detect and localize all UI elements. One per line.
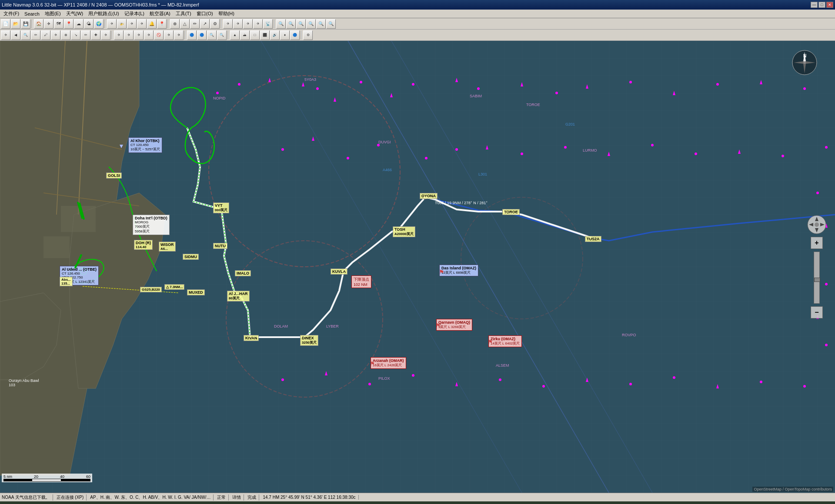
tb-gear[interactable]: ⚙ <box>210 19 220 29</box>
tb2-12[interactable]: ✈ <box>114 30 124 40</box>
tb-globe[interactable]: 🌍 <box>94 19 104 29</box>
tb2-3[interactable]: 🔍 <box>21 30 30 40</box>
tb-ac6[interactable]: ✈ <box>243 19 253 29</box>
map-svg: 5Y0A3 NOPID SABIM LURMO DUVGI TOROE LYBE… <box>0 41 835 493</box>
tb2-17[interactable]: ✈ <box>164 30 174 40</box>
tb2-11[interactable]: ✈ <box>101 30 110 40</box>
svg-text:G201: G201 <box>565 122 575 126</box>
label-muxed: MUXED <box>187 289 205 295</box>
tb2-27[interactable]: 🔊 <box>270 30 280 40</box>
tb2-23[interactable]: ▲ <box>230 30 240 40</box>
titlebar: Little Navmap 3.0.6 32-bit — XP11 2408 /… <box>0 0 835 10</box>
zoom-slider[interactable] <box>814 252 820 304</box>
svg-text:5Y0A3: 5Y0A3 <box>304 77 316 82</box>
tb-zoom2[interactable]: 🔍 <box>286 19 296 29</box>
tb2-25[interactable]: □ <box>250 30 260 40</box>
tb-aircraft2[interactable]: ✈ <box>127 19 137 29</box>
zoom-in-button[interactable]: + <box>811 237 823 249</box>
tb2-18[interactable]: ✈ <box>174 30 184 40</box>
menu-userpoints[interactable]: 用户航路点(U) <box>86 10 121 18</box>
tb-pin[interactable]: 📍 <box>157 19 167 29</box>
tb2-15[interactable]: ✈ <box>144 30 154 40</box>
menu-tools[interactable]: 工具(T) <box>173 10 194 18</box>
tb2-9[interactable]: ✏ <box>81 30 90 40</box>
close-button[interactable]: ✕ <box>826 2 833 8</box>
menu-window[interactable]: 窗口(O) <box>194 10 216 18</box>
tb-radar[interactable]: 📡 <box>263 19 273 29</box>
label-kivan: KIVAN <box>244 335 259 341</box>
tb-open[interactable]: 📂 <box>11 19 20 29</box>
tb-flightplan[interactable]: ✈ <box>44 19 53 29</box>
tb-ac4[interactable]: ✈ <box>223 19 233 29</box>
tb2-13[interactable]: ✈ <box>124 30 134 40</box>
tb-map[interactable]: 🗺 <box>54 19 63 29</box>
tb-home[interactable]: 🏠 <box>34 19 43 29</box>
tb2-2[interactable]: ◀ <box>11 30 20 40</box>
tb2-5[interactable]: 🖊 <box>41 30 50 40</box>
tb2-7[interactable]: ⊕ <box>61 30 70 40</box>
map-copyright: OpenStreetMap / OpenTopoMap contributors <box>752 487 833 492</box>
tb-ac5[interactable]: ✈ <box>233 19 243 29</box>
tb2-30[interactable]: ⚙ <box>303 30 313 40</box>
svg-text:PILOX: PILOX <box>378 376 390 381</box>
tb2-21[interactable]: 🔍 <box>207 30 217 40</box>
maximize-button[interactable]: □ <box>818 2 825 8</box>
tb-cloud[interactable]: ☁ <box>74 19 84 29</box>
menu-help[interactable]: 帮助(H) <box>216 10 237 18</box>
scale-20: 20 <box>34 474 38 479</box>
tb-triangle[interactable]: △ <box>180 19 190 29</box>
tb2-22[interactable]: 🔍 <box>217 30 227 40</box>
menu-weather[interactable]: 天气(W) <box>63 10 86 18</box>
das-island-icon: ⚑ <box>439 269 444 275</box>
tb-ac7[interactable]: ✈ <box>253 19 263 29</box>
title-text: Little Navmap 3.0.6 32-bit — XP11 2408 /… <box>2 2 199 7</box>
minimize-button[interactable]: — <box>811 2 818 8</box>
tb2-26[interactable]: ⬛ <box>260 30 270 40</box>
tb-save[interactable]: 💾 <box>21 19 30 29</box>
tb-zoom1[interactable]: 🔍 <box>276 19 286 29</box>
tb-airport[interactable]: 📍 <box>64 19 73 29</box>
menu-map[interactable]: 地图(E) <box>42 10 63 18</box>
scale-60: 60 <box>86 474 90 479</box>
tb2-4[interactable]: ✏ <box>31 30 40 40</box>
label-vyt: VYT 000英尺 <box>213 202 229 213</box>
menu-search[interactable]: Search <box>22 10 42 17</box>
tb-plus-circle[interactable]: ⊕ <box>170 19 180 29</box>
tb2-10[interactable]: ✚ <box>91 30 100 40</box>
tb-arrow[interactable]: ↗ <box>200 19 210 29</box>
tb2-20[interactable]: 🔵 <box>197 30 207 40</box>
tb2-1[interactable]: ✈ <box>1 30 10 40</box>
tb2-8[interactable]: ↘ <box>71 30 80 40</box>
toolbar-row2: ✈ ◀ 🔍 ✏ 🖊 ✈ ⊕ ↘ ✏ ✚ ✈ ✈ ✈ ✈ ✈ 🚫 ✈ ✈ 🔵 🔵 … <box>0 30 835 41</box>
tb-aircraft1[interactable]: ✈ <box>107 19 117 29</box>
map-container[interactable]: 5Y0A3 NOPID SABIM LURMO DUVGI TOROE LYBE… <box>0 41 835 493</box>
label-nutu: NUTU <box>213 243 227 249</box>
svg-text:ROVPO: ROVPO <box>622 333 636 337</box>
menu-aircraft[interactable]: 航空器(A) <box>147 10 173 18</box>
tb-zoom3[interactable]: 🔍 <box>296 19 306 29</box>
tb-heli[interactable]: 🚁 <box>117 19 127 29</box>
tb-zoom5[interactable]: 🔍 <box>316 19 326 29</box>
tb-aircraft3[interactable]: ✈ <box>137 19 147 29</box>
svg-point-61 <box>629 383 632 385</box>
tb-zoom6[interactable]: 🔍 <box>326 19 336 29</box>
tb2-14[interactable]: ✈ <box>134 30 144 40</box>
tb-pencil[interactable]: ✏ <box>190 19 200 29</box>
zoom-slider-thumb[interactable] <box>814 278 820 282</box>
svg-point-34 <box>716 83 719 86</box>
tb-weather[interactable]: 🌤 <box>84 19 94 29</box>
tb-new[interactable]: 📄 <box>1 19 10 29</box>
zoom-out-button[interactable]: − <box>811 306 823 318</box>
tb-zoom4[interactable]: 🔍 <box>306 19 316 29</box>
tb2-16[interactable]: 🚫 <box>154 30 164 40</box>
svg-text:DUVGI: DUVGI <box>378 140 391 144</box>
tb2-29[interactable]: 🔵 <box>290 30 300 40</box>
tb2-19[interactable]: 🔵 <box>187 30 197 40</box>
tb2-6[interactable]: ✈ <box>51 30 60 40</box>
menu-logbook[interactable]: 记录本(L) <box>122 10 147 18</box>
label-abs: Abs... 135... <box>60 277 73 286</box>
tb2-24[interactable]: ⛰ <box>240 30 250 40</box>
tb2-28[interactable]: ♦ <box>280 30 290 40</box>
menu-file[interactable]: 文件(F) <box>1 10 22 18</box>
tb-bell[interactable]: 🔔 <box>147 19 157 29</box>
